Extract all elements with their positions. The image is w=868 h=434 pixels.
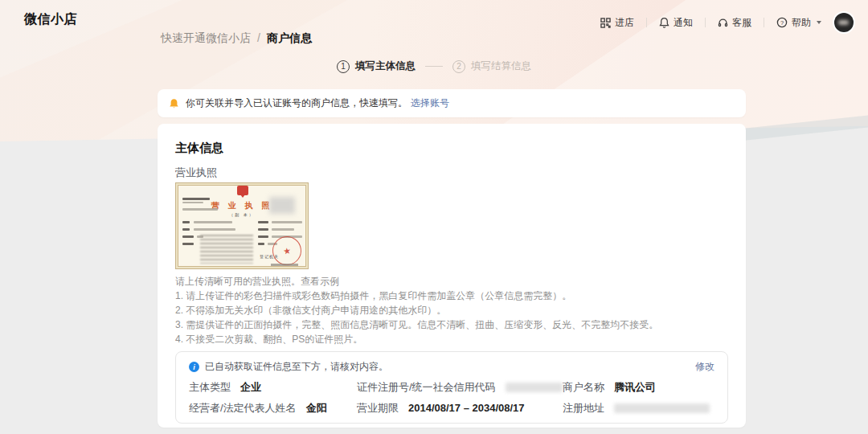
tips-intro-text: 请上传清晰可用的营业执照。 [175, 276, 301, 287]
license-text-line [182, 202, 203, 203]
help-label: 帮助 [792, 16, 811, 30]
license-text-line [258, 243, 264, 245]
enter-store-button[interactable]: 进店 [600, 16, 634, 30]
redacted-value [506, 383, 563, 392]
topbar-actions: 进店 通知 客服 ? 帮助 [600, 13, 854, 32]
edit-link[interactable]: 修改 [695, 360, 714, 374]
page-title: 商户信息 [267, 31, 312, 46]
step-1-fill-subject-info: 1 填写主体信息 [337, 59, 416, 73]
license-text-line [258, 228, 268, 231]
support-button[interactable]: 客服 [718, 16, 751, 30]
field-subject-type: 主体类型 企业 [189, 381, 357, 394]
divider [705, 18, 706, 27]
enter-store-label: 进店 [615, 16, 634, 30]
license-date-line [271, 264, 298, 266]
license-fields-grid: 主体类型 企业 证件注册号/统一社会信用代码 商户名称 腾讯公司 经营者/法定代… [189, 381, 714, 415]
license-paragraph-block [200, 235, 253, 264]
view-example-link[interactable]: 查看示例 [301, 276, 339, 287]
headset-icon [718, 18, 728, 28]
business-license-image[interactable]: 营 业 执 照 （副 本） 登记机关 ★ [175, 182, 309, 269]
field-credit-code: 证件注册号/统一社会信用代码 [357, 381, 563, 394]
step-2-label: 填写结算信息 [471, 59, 531, 73]
breadcrumb: 快速开通微信小店 / 商户信息 [161, 31, 312, 46]
license-text-line [272, 228, 294, 231]
license-emblem-icon [237, 186, 248, 195]
license-text-line [258, 221, 268, 223]
chevron-down-icon [817, 21, 821, 24]
divider [764, 18, 764, 27]
license-text-line [182, 235, 194, 238]
bell-icon [659, 17, 669, 28]
field-merchant-name: 商户名称 腾讯公司 [563, 381, 710, 394]
license-text-line [194, 228, 235, 231]
tip-item-1: 1. 请上传证件的彩色扫描件或彩色数码拍摄件，黑白复印件需加盖公章（公章信息需完… [175, 290, 728, 301]
select-account-link[interactable]: 选择账号 [411, 96, 449, 110]
tip-item-3: 3. 需提供证件的正面拍摄件，完整、照面信息清晰可见。信息不清晰、扭曲、压缩变形… [175, 319, 728, 330]
merchant-info-card: 主体信息 营业执照 营 业 执 照 （副 本） 登记机关 ★ 请上传清晰可用的营… [158, 124, 746, 428]
tips-intro: 请上传清晰可用的营业执照。查看示例 [175, 276, 728, 287]
step-2-number: 2 [452, 60, 465, 73]
redacted-value [614, 403, 710, 413]
question-icon: ? [776, 17, 788, 28]
tip-item-4: 4. 不接受二次剪裁、翻拍、PS的证件照片。 [175, 334, 728, 345]
license-text-line [182, 221, 190, 223]
help-button[interactable]: ? 帮助 [776, 16, 821, 30]
license-redacted-area [269, 197, 295, 214]
field-business-term: 营业期限 2014/08/17 – 2034/08/17 [357, 402, 563, 415]
license-text-line [182, 198, 210, 200]
info-icon: i [189, 362, 199, 372]
step-1-number: 1 [337, 60, 350, 73]
breadcrumb-parent-link[interactable]: 快速开通微信小店 [161, 31, 251, 46]
step-1-label: 填写主体信息 [355, 59, 416, 73]
license-seal-icon: ★ [271, 235, 304, 268]
license-text-line [182, 243, 194, 245]
license-text-line [182, 228, 190, 231]
notice-text: 你可关联并导入已认证账号的商户信息，快速填写。 [186, 96, 407, 110]
step-indicator: 1 填写主体信息 2 填写结算信息 [0, 59, 868, 73]
support-label: 客服 [732, 16, 751, 30]
field-registered-address: 注册地址 [563, 402, 710, 415]
section-title: 主体信息 [175, 141, 728, 155]
field-legal-representative: 经营者/法定代表人姓名 金阳 [189, 402, 357, 415]
step-2-fill-settlement-info: 2 填写结算信息 [452, 59, 531, 73]
license-info-panel: i 已自动获取证件信息至下方，请核对内容。 修改 主体类型 企业 证件注册号/统… [175, 351, 728, 424]
notifications-button[interactable]: 通知 [659, 16, 693, 30]
qr-code-icon [600, 18, 611, 28]
license-text-line [258, 235, 268, 238]
avatar-logo [838, 20, 849, 25]
bell-icon [169, 98, 179, 109]
notice-bar: 你可关联并导入已认证账号的商户信息，快速填写。 选择账号 [158, 89, 746, 117]
app-logo: 微信小店 [24, 11, 77, 28]
license-text-line [182, 208, 218, 211]
license-text-line [194, 221, 232, 223]
breadcrumb-separator: / [257, 31, 260, 44]
step-connector [425, 66, 443, 67]
svg-text:?: ? [780, 19, 784, 27]
license-text-line [272, 221, 302, 223]
avatar[interactable] [834, 13, 854, 32]
notifications-label: 通知 [674, 16, 693, 30]
panel-header: i 已自动获取证件信息至下方，请核对内容。 修改 [189, 360, 714, 374]
panel-notice-text: 已自动获取证件信息至下方，请核对内容。 [205, 360, 388, 374]
tip-item-2: 2. 不得添加无关水印（非微信支付商户申请用途的其他水印）。 [175, 305, 728, 316]
license-field-label: 营业执照 [175, 166, 728, 178]
divider [646, 18, 647, 27]
